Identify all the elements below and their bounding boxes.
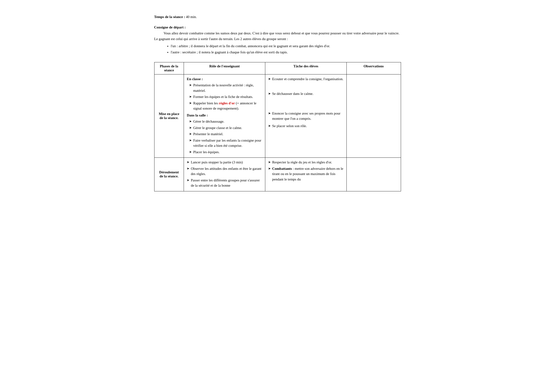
tache-spacer-2: ➤ Enoncer la consigne avec ses propres m… (268, 111, 343, 129)
role-item: ➤ Placer les équipes. (189, 150, 262, 155)
tache-item-text: Enoncer la consigne avec ses propres mot… (272, 111, 343, 121)
lesson-table: Phases de la séance Rôle de l'enseignant… (154, 62, 401, 191)
en-classe-items: ➤ Présentation de la nouvelle activité :… (189, 83, 262, 111)
arrow-icon: ➤ (189, 138, 192, 143)
arrow-icon: ➤ (189, 83, 192, 87)
role-item: ➤ Former les équipes et la fiche de résu… (189, 94, 262, 100)
tache-item: ➤ Se déchausser dans le calme. (268, 91, 343, 97)
arrow-icon: ➤ (187, 160, 189, 164)
role-item-text: Passer entre les différents groupes pour… (191, 178, 262, 188)
phase-cell-2: Déroulement de la séance. (154, 158, 184, 191)
observations-cell-2 (346, 158, 401, 191)
observations-cell-1 (346, 74, 401, 158)
tache-item-text: Se placer selon son rôle. (272, 123, 343, 129)
tache-item: ➤ Combattants : mettre son adversaire de… (268, 166, 343, 182)
role-item-text: Gérer le déchaussage. (193, 119, 262, 124)
combattants-label: Combattants (272, 167, 292, 171)
arrow-icon: ➤ (189, 125, 192, 130)
role-item-text: Présentation de la nouvelle activité : r… (193, 83, 262, 93)
tache-item: ➤ Se placer selon son rôle. (268, 123, 343, 129)
arrow-icon: ➤ (268, 124, 271, 128)
bullet-item: l'autre : secrétaire ; il notera le gagn… (171, 49, 401, 55)
phase-label-2: Déroulement de la séance. (159, 170, 179, 178)
table-row-mise-en-place: Mise en place de la séance. En classe : … (154, 74, 401, 158)
role-item-text: Gérer le groupe classe et le calme. (193, 125, 262, 131)
role-item: ➤ Gérer le groupe classe et le calme. (189, 125, 262, 131)
header-observations: Observations (346, 62, 401, 74)
role-item: ➤ Présentation de la nouvelle activité :… (189, 83, 262, 93)
table-row-deroulement: Déroulement de la séance. ➤ Lancer puis … (154, 158, 401, 191)
table-header-row: Phases de la séance Rôle de l'enseignant… (154, 62, 401, 74)
main-table-wrapper: Phases de la séance Rôle de l'enseignant… (154, 62, 401, 191)
role-item-text: Lancer puis stopper la partie (3 min) (191, 160, 262, 165)
tache-cell-1: ➤ Ecouter et comprendre la consigne, l'o… (265, 74, 347, 158)
arrow-icon: ➤ (268, 77, 271, 81)
arrow-icon: ➤ (189, 132, 192, 136)
role-item-text: Placer les équipes. (193, 150, 262, 155)
tache-item-text: Ecouter et comprendre la consigne, l'org… (272, 76, 343, 82)
tache-cell-2: ➤ Respecter la règle du jeu et les règle… (265, 158, 347, 191)
consigne-section: Consigne de départ : Vous allez devoir c… (154, 25, 401, 55)
temps-label: Temps de la séance : (154, 15, 185, 19)
temps-value: 40 min. (185, 15, 197, 19)
role-item-text: Présenter le matériel. (193, 131, 262, 137)
tache-spacer: ➤ Se déchausser dans le calme. (268, 91, 343, 97)
role-item: ➤ Lancer puis stopper la partie (3 min) (187, 160, 262, 165)
phase-cell-1: Mise en place de la séance. (154, 74, 184, 158)
role-item: ➤ Passer entre les différents groupes po… (187, 178, 262, 188)
header-phase: Phases de la séance (154, 62, 184, 74)
arrow-icon: ➤ (268, 166, 271, 171)
tache-item-text: Respecter la règle du jeu et les règles … (272, 160, 343, 165)
role-item-text: Faire verbaliser par les enfants la cons… (193, 138, 262, 149)
arrow-icon: ➤ (189, 101, 192, 106)
tache-item: ➤ Enoncer la consigne avec ses propres m… (268, 111, 343, 121)
arrow-icon: ➤ (268, 91, 271, 96)
en-classe-label: En classe : (187, 76, 262, 82)
dans-la-salle-label: Dans la salle : (187, 113, 262, 118)
role-item: ➤ Faire verbaliser par les enfants la co… (189, 138, 262, 149)
role-item: ➤ Gérer le déchaussage. (189, 119, 262, 124)
role-cell-1: En classe : ➤ Présentation de la nouvell… (184, 74, 265, 158)
arrow-icon: ➤ (187, 178, 189, 183)
tache-item-text: Se déchausser dans le calme. (272, 91, 343, 97)
arrow-icon: ➤ (189, 150, 192, 154)
temps-section: Temps de la séance : 40 min. (154, 14, 401, 20)
arrow-icon: ➤ (268, 111, 271, 116)
role-item-text: Observer les attitudes des enfants et êt… (191, 166, 262, 177)
consigne-bullets: l'un : arbitre ; il donnera le départ et… (171, 43, 401, 55)
arrow-icon: ➤ (189, 119, 192, 124)
role-item: ➤ Présenter le matériel. (189, 131, 262, 137)
arrow-icon: ➤ (268, 160, 271, 164)
tache-item: ➤ Ecouter et comprendre la consigne, l'o… (268, 76, 343, 82)
dans-la-salle-items: ➤ Gérer le déchaussage. ➤ Gérer le group… (189, 119, 262, 155)
role-item-text: Former les équipes et la fiche de résult… (193, 94, 262, 100)
bullet-item: l'un : arbitre ; il donnera le départ et… (171, 43, 401, 49)
arrow-icon: ➤ (189, 94, 192, 99)
role-item: ➤ Rappeler bien les règles d'or (+ annon… (189, 100, 262, 111)
header-role: Rôle de l'enseignant (184, 62, 265, 74)
arrow-icon: ➤ (187, 166, 189, 171)
header-tache: Tâche des élèves (265, 62, 347, 74)
role-item-text: Rappeler bien les règles d'or (+ annonce… (193, 100, 262, 111)
consigne-body: Vous allez devoir combattre comme les su… (154, 30, 401, 42)
tache-item: ➤ Respecter la règle du jeu et les règle… (268, 160, 343, 165)
tache-item-text: Combattants : mettre son adversaire deho… (272, 166, 343, 182)
regles-or-text: règles d'or (219, 101, 235, 105)
role-cell-2: ➤ Lancer puis stopper la partie (3 min) … (184, 158, 265, 191)
consigne-title: Consigne de départ : (154, 25, 401, 29)
phase-label-1: Mise en place de la séance. (159, 112, 179, 120)
role-item: ➤ Observer les attitudes des enfants et … (187, 166, 262, 177)
